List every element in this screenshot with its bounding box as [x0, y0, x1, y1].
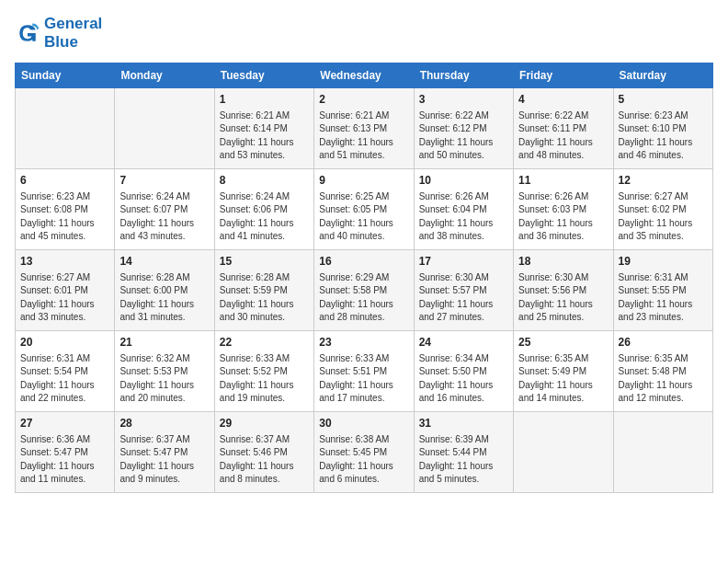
weekday-header-thursday: Thursday: [414, 63, 513, 88]
weekday-header-friday: Friday: [514, 63, 613, 88]
day-number: 15: [220, 254, 309, 270]
day-detail: Sunrise: 6:23 AMSunset: 6:08 PMDaylight:…: [20, 190, 109, 244]
day-detail: Sunrise: 6:33 AMSunset: 5:52 PMDaylight:…: [220, 352, 309, 406]
weekday-header-monday: Monday: [115, 63, 214, 88]
weekday-header-sunday: Sunday: [16, 63, 115, 88]
calendar-cell: 9Sunrise: 6:25 AMSunset: 6:05 PMDaylight…: [314, 169, 414, 250]
day-detail: Sunrise: 6:29 AMSunset: 5:58 PMDaylight:…: [319, 271, 408, 325]
day-number: 29: [220, 416, 309, 431]
day-detail: Sunrise: 6:37 AMSunset: 5:47 PMDaylight:…: [119, 433, 209, 487]
calendar-cell: 4Sunrise: 6:22 AMSunset: 6:11 PMDaylight…: [514, 88, 613, 169]
calendar-cell: 26Sunrise: 6:35 AMSunset: 5:48 PMDayligh…: [613, 331, 712, 412]
calendar-cell: 29Sunrise: 6:37 AMSunset: 5:46 PMDayligh…: [214, 412, 313, 493]
day-detail: Sunrise: 6:39 AMSunset: 5:44 PMDaylight:…: [419, 433, 508, 487]
day-number: 2: [319, 92, 408, 108]
day-number: 8: [220, 173, 309, 189]
calendar-cell: 5Sunrise: 6:23 AMSunset: 6:10 PMDaylight…: [613, 88, 712, 169]
day-number: 18: [518, 254, 608, 270]
calendar-cell: 11Sunrise: 6:26 AMSunset: 6:03 PMDayligh…: [514, 169, 613, 250]
day-detail: Sunrise: 6:34 AMSunset: 5:50 PMDaylight:…: [419, 352, 508, 406]
day-number: 9: [319, 173, 408, 189]
calendar-cell: 31Sunrise: 6:39 AMSunset: 5:44 PMDayligh…: [414, 412, 513, 493]
day-number: 25: [518, 335, 608, 350]
calendar-cell: 8Sunrise: 6:24 AMSunset: 6:06 PMDaylight…: [214, 169, 313, 250]
day-detail: Sunrise: 6:26 AMSunset: 6:04 PMDaylight:…: [419, 190, 508, 244]
day-number: 23: [319, 335, 408, 350]
day-detail: Sunrise: 6:37 AMSunset: 5:46 PMDaylight:…: [220, 433, 309, 487]
day-detail: Sunrise: 6:22 AMSunset: 6:11 PMDaylight:…: [518, 109, 608, 163]
calendar-week-5: 27Sunrise: 6:36 AMSunset: 5:47 PMDayligh…: [16, 412, 713, 493]
calendar-week-2: 6Sunrise: 6:23 AMSunset: 6:08 PMDaylight…: [16, 169, 713, 250]
calendar-cell: [115, 88, 214, 169]
calendar-cell: 21Sunrise: 6:32 AMSunset: 5:53 PMDayligh…: [115, 331, 214, 412]
day-detail: Sunrise: 6:30 AMSunset: 5:57 PMDaylight:…: [419, 271, 508, 325]
weekday-header-saturday: Saturday: [613, 63, 712, 88]
day-detail: Sunrise: 6:21 AMSunset: 6:13 PMDaylight:…: [319, 109, 408, 163]
calendar-cell: 27Sunrise: 6:36 AMSunset: 5:47 PMDayligh…: [16, 412, 115, 493]
day-number: 5: [619, 92, 708, 108]
day-number: 24: [419, 335, 508, 350]
weekday-header-row: SundayMondayTuesdayWednesdayThursdayFrid…: [16, 63, 713, 88]
calendar-cell: 19Sunrise: 6:31 AMSunset: 5:55 PMDayligh…: [613, 250, 712, 331]
day-number: 4: [518, 92, 608, 108]
day-number: 7: [119, 173, 209, 189]
calendar-cell: 1Sunrise: 6:21 AMSunset: 6:14 PMDaylight…: [214, 88, 313, 169]
calendar-cell: 25Sunrise: 6:35 AMSunset: 5:49 PMDayligh…: [514, 331, 613, 412]
day-detail: Sunrise: 6:23 AMSunset: 6:10 PMDaylight:…: [619, 109, 708, 163]
day-number: 3: [419, 92, 508, 108]
day-number: 19: [619, 254, 708, 270]
day-number: 13: [20, 254, 109, 270]
day-detail: Sunrise: 6:30 AMSunset: 5:56 PMDaylight:…: [518, 271, 608, 325]
calendar-week-4: 20Sunrise: 6:31 AMSunset: 5:54 PMDayligh…: [16, 331, 713, 412]
calendar-cell: 15Sunrise: 6:28 AMSunset: 5:59 PMDayligh…: [214, 250, 313, 331]
day-detail: Sunrise: 6:21 AMSunset: 6:14 PMDaylight:…: [220, 109, 309, 163]
calendar-cell: [16, 88, 115, 169]
day-number: 30: [319, 416, 408, 431]
day-detail: Sunrise: 6:24 AMSunset: 6:07 PMDaylight:…: [119, 190, 209, 244]
calendar-cell: 20Sunrise: 6:31 AMSunset: 5:54 PMDayligh…: [16, 331, 115, 412]
day-number: 26: [619, 335, 708, 350]
calendar-table: SundayMondayTuesdayWednesdayThursdayFrid…: [15, 63, 713, 493]
logo-text: General Blue: [44, 15, 102, 52]
day-number: 14: [119, 254, 209, 270]
day-detail: Sunrise: 6:33 AMSunset: 5:51 PMDaylight:…: [319, 352, 408, 406]
day-detail: Sunrise: 6:25 AMSunset: 6:05 PMDaylight:…: [319, 190, 408, 244]
day-number: 17: [419, 254, 508, 270]
day-number: 21: [119, 335, 209, 350]
day-number: 27: [20, 416, 109, 431]
calendar-cell: 14Sunrise: 6:28 AMSunset: 6:00 PMDayligh…: [115, 250, 214, 331]
day-detail: Sunrise: 6:35 AMSunset: 5:49 PMDaylight:…: [518, 352, 608, 406]
day-number: 12: [619, 173, 708, 189]
weekday-header-wednesday: Wednesday: [314, 63, 414, 88]
day-detail: Sunrise: 6:22 AMSunset: 6:12 PMDaylight:…: [419, 109, 508, 163]
calendar-cell: 17Sunrise: 6:30 AMSunset: 5:57 PMDayligh…: [414, 250, 513, 331]
day-detail: Sunrise: 6:24 AMSunset: 6:06 PMDaylight:…: [220, 190, 309, 244]
calendar-cell: 13Sunrise: 6:27 AMSunset: 6:01 PMDayligh…: [16, 250, 115, 331]
weekday-header-tuesday: Tuesday: [214, 63, 313, 88]
day-detail: Sunrise: 6:26 AMSunset: 6:03 PMDaylight:…: [518, 190, 608, 244]
page-header: General Blue: [15, 15, 713, 52]
calendar-cell: 3Sunrise: 6:22 AMSunset: 6:12 PMDaylight…: [414, 88, 513, 169]
calendar-cell: 10Sunrise: 6:26 AMSunset: 6:04 PMDayligh…: [414, 169, 513, 250]
logo: General Blue: [15, 15, 102, 52]
calendar-cell: 6Sunrise: 6:23 AMSunset: 6:08 PMDaylight…: [16, 169, 115, 250]
day-number: 6: [20, 173, 109, 189]
day-detail: Sunrise: 6:27 AMSunset: 6:01 PMDaylight:…: [20, 271, 109, 325]
day-number: 16: [319, 254, 408, 270]
calendar-cell: 23Sunrise: 6:33 AMSunset: 5:51 PMDayligh…: [314, 331, 414, 412]
day-detail: Sunrise: 6:35 AMSunset: 5:48 PMDaylight:…: [619, 352, 708, 406]
day-detail: Sunrise: 6:36 AMSunset: 5:47 PMDaylight:…: [20, 433, 109, 487]
day-number: 20: [20, 335, 109, 350]
calendar-cell: 12Sunrise: 6:27 AMSunset: 6:02 PMDayligh…: [613, 169, 712, 250]
day-number: 10: [419, 173, 508, 189]
calendar-cell: 22Sunrise: 6:33 AMSunset: 5:52 PMDayligh…: [214, 331, 313, 412]
day-number: 31: [419, 416, 508, 431]
day-detail: Sunrise: 6:32 AMSunset: 5:53 PMDaylight:…: [119, 352, 209, 406]
day-number: 11: [518, 173, 608, 189]
day-detail: Sunrise: 6:28 AMSunset: 5:59 PMDaylight:…: [220, 271, 309, 325]
calendar-cell: [514, 412, 613, 493]
day-detail: Sunrise: 6:38 AMSunset: 5:45 PMDaylight:…: [319, 433, 408, 487]
calendar-cell: 18Sunrise: 6:30 AMSunset: 5:56 PMDayligh…: [514, 250, 613, 331]
day-detail: Sunrise: 6:28 AMSunset: 6:00 PMDaylight:…: [119, 271, 209, 325]
calendar-week-3: 13Sunrise: 6:27 AMSunset: 6:01 PMDayligh…: [16, 250, 713, 331]
